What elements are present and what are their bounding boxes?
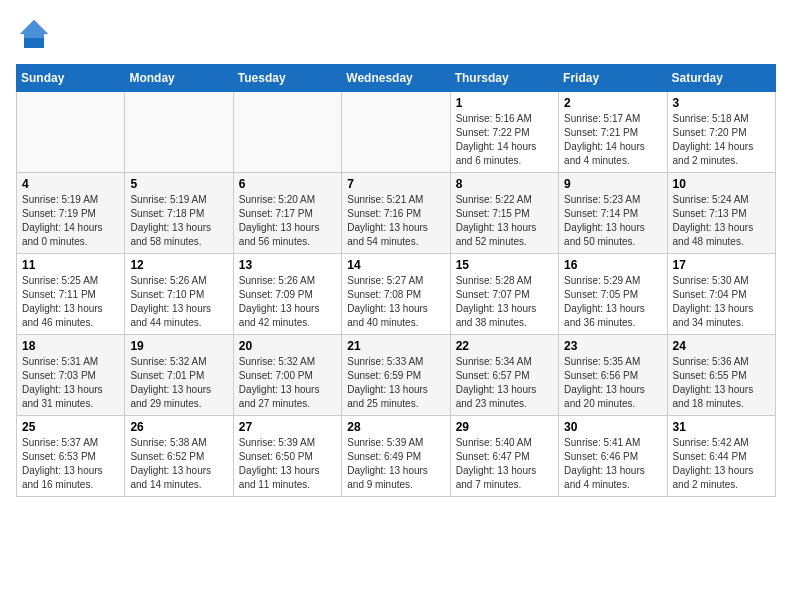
- day-info: Sunrise: 5:22 AM Sunset: 7:15 PM Dayligh…: [456, 193, 553, 249]
- day-number: 22: [456, 339, 553, 353]
- day-info: Sunrise: 5:20 AM Sunset: 7:17 PM Dayligh…: [239, 193, 336, 249]
- calendar-cell: 30Sunrise: 5:41 AM Sunset: 6:46 PM Dayli…: [559, 416, 667, 497]
- weekday-header: Tuesday: [233, 65, 341, 92]
- day-number: 4: [22, 177, 119, 191]
- day-number: 1: [456, 96, 553, 110]
- logo: [16, 16, 56, 52]
- weekday-header: Wednesday: [342, 65, 450, 92]
- calendar-cell: 23Sunrise: 5:35 AM Sunset: 6:56 PM Dayli…: [559, 335, 667, 416]
- day-number: 19: [130, 339, 227, 353]
- day-number: 31: [673, 420, 770, 434]
- day-info: Sunrise: 5:33 AM Sunset: 6:59 PM Dayligh…: [347, 355, 444, 411]
- calendar-cell: 14Sunrise: 5:27 AM Sunset: 7:08 PM Dayli…: [342, 254, 450, 335]
- day-info: Sunrise: 5:19 AM Sunset: 7:18 PM Dayligh…: [130, 193, 227, 249]
- day-info: Sunrise: 5:28 AM Sunset: 7:07 PM Dayligh…: [456, 274, 553, 330]
- weekday-header: Saturday: [667, 65, 775, 92]
- calendar-cell: 17Sunrise: 5:30 AM Sunset: 7:04 PM Dayli…: [667, 254, 775, 335]
- calendar-cell: 21Sunrise: 5:33 AM Sunset: 6:59 PM Dayli…: [342, 335, 450, 416]
- calendar-cell: 1Sunrise: 5:16 AM Sunset: 7:22 PM Daylig…: [450, 92, 558, 173]
- calendar-cell: 11Sunrise: 5:25 AM Sunset: 7:11 PM Dayli…: [17, 254, 125, 335]
- day-number: 7: [347, 177, 444, 191]
- day-info: Sunrise: 5:42 AM Sunset: 6:44 PM Dayligh…: [673, 436, 770, 492]
- day-info: Sunrise: 5:41 AM Sunset: 6:46 PM Dayligh…: [564, 436, 661, 492]
- weekday-header: Sunday: [17, 65, 125, 92]
- calendar-cell: 9Sunrise: 5:23 AM Sunset: 7:14 PM Daylig…: [559, 173, 667, 254]
- day-number: 8: [456, 177, 553, 191]
- calendar-cell: 6Sunrise: 5:20 AM Sunset: 7:17 PM Daylig…: [233, 173, 341, 254]
- calendar-cell: 15Sunrise: 5:28 AM Sunset: 7:07 PM Dayli…: [450, 254, 558, 335]
- calendar-cell: 2Sunrise: 5:17 AM Sunset: 7:21 PM Daylig…: [559, 92, 667, 173]
- calendar-cell: 24Sunrise: 5:36 AM Sunset: 6:55 PM Dayli…: [667, 335, 775, 416]
- day-number: 9: [564, 177, 661, 191]
- day-number: 12: [130, 258, 227, 272]
- day-number: 16: [564, 258, 661, 272]
- day-number: 10: [673, 177, 770, 191]
- day-info: Sunrise: 5:34 AM Sunset: 6:57 PM Dayligh…: [456, 355, 553, 411]
- day-number: 17: [673, 258, 770, 272]
- day-number: 21: [347, 339, 444, 353]
- svg-marker-1: [20, 20, 48, 38]
- day-number: 25: [22, 420, 119, 434]
- day-number: 29: [456, 420, 553, 434]
- calendar-cell: 12Sunrise: 5:26 AM Sunset: 7:10 PM Dayli…: [125, 254, 233, 335]
- day-info: Sunrise: 5:37 AM Sunset: 6:53 PM Dayligh…: [22, 436, 119, 492]
- calendar-week-row: 4Sunrise: 5:19 AM Sunset: 7:19 PM Daylig…: [17, 173, 776, 254]
- calendar-cell: 26Sunrise: 5:38 AM Sunset: 6:52 PM Dayli…: [125, 416, 233, 497]
- day-number: 14: [347, 258, 444, 272]
- calendar-cell: [233, 92, 341, 173]
- day-info: Sunrise: 5:29 AM Sunset: 7:05 PM Dayligh…: [564, 274, 661, 330]
- day-number: 28: [347, 420, 444, 434]
- day-info: Sunrise: 5:32 AM Sunset: 7:01 PM Dayligh…: [130, 355, 227, 411]
- calendar-cell: [125, 92, 233, 173]
- calendar-cell: 27Sunrise: 5:39 AM Sunset: 6:50 PM Dayli…: [233, 416, 341, 497]
- day-info: Sunrise: 5:32 AM Sunset: 7:00 PM Dayligh…: [239, 355, 336, 411]
- day-info: Sunrise: 5:40 AM Sunset: 6:47 PM Dayligh…: [456, 436, 553, 492]
- calendar-cell: 22Sunrise: 5:34 AM Sunset: 6:57 PM Dayli…: [450, 335, 558, 416]
- calendar-cell: 5Sunrise: 5:19 AM Sunset: 7:18 PM Daylig…: [125, 173, 233, 254]
- day-info: Sunrise: 5:23 AM Sunset: 7:14 PM Dayligh…: [564, 193, 661, 249]
- logo-icon: [16, 16, 52, 52]
- day-number: 23: [564, 339, 661, 353]
- calendar-cell: 29Sunrise: 5:40 AM Sunset: 6:47 PM Dayli…: [450, 416, 558, 497]
- day-info: Sunrise: 5:17 AM Sunset: 7:21 PM Dayligh…: [564, 112, 661, 168]
- day-info: Sunrise: 5:27 AM Sunset: 7:08 PM Dayligh…: [347, 274, 444, 330]
- day-number: 27: [239, 420, 336, 434]
- day-info: Sunrise: 5:25 AM Sunset: 7:11 PM Dayligh…: [22, 274, 119, 330]
- day-info: Sunrise: 5:26 AM Sunset: 7:09 PM Dayligh…: [239, 274, 336, 330]
- day-info: Sunrise: 5:16 AM Sunset: 7:22 PM Dayligh…: [456, 112, 553, 168]
- day-number: 26: [130, 420, 227, 434]
- calendar-cell: [17, 92, 125, 173]
- day-number: 5: [130, 177, 227, 191]
- calendar-cell: 31Sunrise: 5:42 AM Sunset: 6:44 PM Dayli…: [667, 416, 775, 497]
- calendar-cell: 25Sunrise: 5:37 AM Sunset: 6:53 PM Dayli…: [17, 416, 125, 497]
- day-info: Sunrise: 5:24 AM Sunset: 7:13 PM Dayligh…: [673, 193, 770, 249]
- weekday-header: Thursday: [450, 65, 558, 92]
- page-header: [16, 16, 776, 52]
- day-number: 6: [239, 177, 336, 191]
- day-info: Sunrise: 5:31 AM Sunset: 7:03 PM Dayligh…: [22, 355, 119, 411]
- calendar-table: SundayMondayTuesdayWednesdayThursdayFrid…: [16, 64, 776, 497]
- day-number: 24: [673, 339, 770, 353]
- day-number: 13: [239, 258, 336, 272]
- day-number: 11: [22, 258, 119, 272]
- calendar-week-row: 1Sunrise: 5:16 AM Sunset: 7:22 PM Daylig…: [17, 92, 776, 173]
- weekday-header: Friday: [559, 65, 667, 92]
- calendar-cell: 3Sunrise: 5:18 AM Sunset: 7:20 PM Daylig…: [667, 92, 775, 173]
- day-number: 2: [564, 96, 661, 110]
- day-info: Sunrise: 5:30 AM Sunset: 7:04 PM Dayligh…: [673, 274, 770, 330]
- day-info: Sunrise: 5:39 AM Sunset: 6:50 PM Dayligh…: [239, 436, 336, 492]
- day-info: Sunrise: 5:35 AM Sunset: 6:56 PM Dayligh…: [564, 355, 661, 411]
- weekday-header: Monday: [125, 65, 233, 92]
- calendar-cell: 13Sunrise: 5:26 AM Sunset: 7:09 PM Dayli…: [233, 254, 341, 335]
- calendar-cell: 7Sunrise: 5:21 AM Sunset: 7:16 PM Daylig…: [342, 173, 450, 254]
- day-info: Sunrise: 5:18 AM Sunset: 7:20 PM Dayligh…: [673, 112, 770, 168]
- calendar-week-row: 25Sunrise: 5:37 AM Sunset: 6:53 PM Dayli…: [17, 416, 776, 497]
- day-number: 15: [456, 258, 553, 272]
- day-number: 30: [564, 420, 661, 434]
- day-number: 20: [239, 339, 336, 353]
- calendar-cell: 10Sunrise: 5:24 AM Sunset: 7:13 PM Dayli…: [667, 173, 775, 254]
- calendar-cell: 28Sunrise: 5:39 AM Sunset: 6:49 PM Dayli…: [342, 416, 450, 497]
- day-info: Sunrise: 5:26 AM Sunset: 7:10 PM Dayligh…: [130, 274, 227, 330]
- calendar-week-row: 11Sunrise: 5:25 AM Sunset: 7:11 PM Dayli…: [17, 254, 776, 335]
- day-number: 18: [22, 339, 119, 353]
